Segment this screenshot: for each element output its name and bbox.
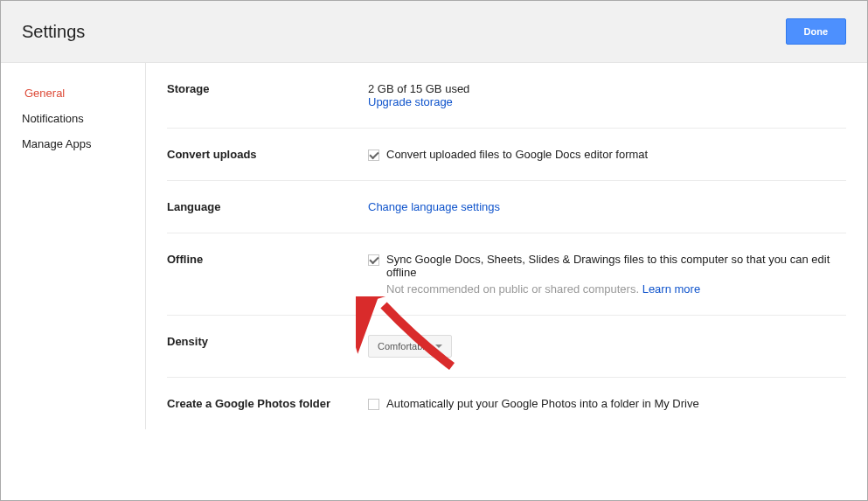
row-language: Language Change language settings [167,181,846,233]
storage-value: 2 GB of 15 GB used Upgrade storage [368,82,846,108]
offline-hint: Not recommended on public or shared comp… [386,282,846,296]
density-value: Comfortable [378,341,430,351]
density-select[interactable]: Comfortable [368,335,452,358]
change-language-link[interactable]: Change language settings [368,200,500,213]
photos-folder-checkbox[interactable] [368,399,379,410]
row-convert-uploads: Convert uploads Convert uploaded files t… [167,129,846,181]
convert-label: Convert uploads [167,148,368,161]
row-density: Density Comfortable [167,316,846,378]
done-button[interactable]: Done [786,18,847,45]
photos-folder-checkbox-label: Automatically put your Google Photos int… [386,397,699,410]
offline-checkbox-label: Sync Google Docs, Sheets, Slides & Drawi… [386,253,846,279]
language-label: Language [167,200,368,213]
convert-checkbox[interactable] [368,150,379,161]
density-label: Density [167,335,368,358]
settings-header: Settings Done [1,1,867,63]
row-google-photos-folder: Create a Google Photos folder Automatica… [167,378,846,429]
photos-folder-label: Create a Google Photos folder [167,397,368,410]
settings-sidebar: General Notifications Manage Apps [1,63,145,429]
storage-label: Storage [167,82,368,108]
offline-label: Offline [167,253,368,296]
row-offline: Offline Sync Google Docs, Sheets, Slides… [167,233,846,316]
storage-usage-text: 2 GB of 15 GB used [368,82,846,95]
settings-content: Storage 2 GB of 15 GB used Upgrade stora… [145,63,867,429]
sidebar-item-notifications[interactable]: Notifications [1,106,145,131]
row-storage: Storage 2 GB of 15 GB used Upgrade stora… [167,63,846,129]
offline-sync-checkbox[interactable] [368,254,379,266]
settings-body: General Notifications Manage Apps Storag… [1,63,867,429]
offline-learn-more-link[interactable]: Learn more [642,282,700,296]
sidebar-item-general[interactable]: General [1,80,145,106]
caret-down-icon [435,344,442,348]
convert-checkbox-label: Convert uploaded files to Google Docs ed… [386,148,648,161]
offline-hint-text: Not recommended on public or shared comp… [386,282,642,296]
upgrade-storage-link[interactable]: Upgrade storage [368,95,453,108]
page-title: Settings [22,22,85,42]
sidebar-item-manage-apps[interactable]: Manage Apps [1,131,145,157]
